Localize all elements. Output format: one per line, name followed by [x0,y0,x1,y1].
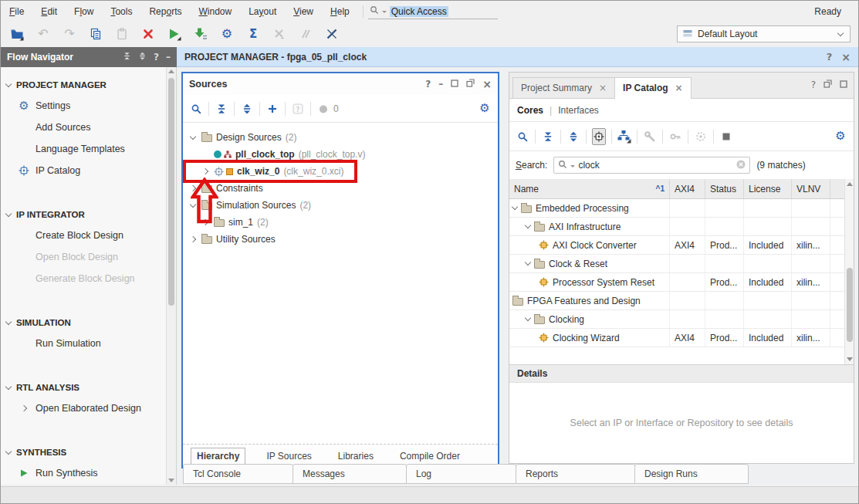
ip-search-field[interactable] [553,157,750,174]
copy-icon[interactable] [86,24,106,44]
tree-item-sim_1[interactable]: sim_1(2) [183,214,498,231]
flow-item-generate-block-design[interactable]: Generate Block Design [1,268,176,289]
expand-all-icon[interactable] [138,52,147,63]
step-icon[interactable] [191,24,211,44]
chevron-down-icon[interactable] [512,204,518,210]
menu-layout[interactable]: Layout [240,2,285,21]
help-icon[interactable]: ? [811,80,816,90]
tab-compile-order[interactable]: Compile Order [394,448,465,464]
redo-icon[interactable]: ↷ [59,24,79,44]
scroll-up-icon[interactable] [847,182,853,186]
scrollbar-thumb[interactable] [847,268,853,342]
ip-table-scrollbar[interactable] [844,179,854,364]
hierarchy-view-icon[interactable] [617,130,631,144]
tab-log[interactable]: Log [406,464,516,484]
table-row-clocking[interactable]: Clocking [509,310,854,329]
help-icon[interactable]: ? [154,52,159,62]
kill-icon[interactable] [322,24,342,44]
table-row-processor-system-reset[interactable]: Processor System ResetProd...Includedxil… [509,273,854,292]
table-row-axi-infrastructure[interactable]: AXI Infrastructure [509,218,854,236]
maximize-icon[interactable] [840,79,847,90]
close-icon[interactable]: × [482,79,492,90]
badge-icon[interactable] [316,102,330,116]
tab-tcl-console[interactable]: Tcl Console [183,464,293,484]
table-row-fpga-features-and-design[interactable]: FPGA Features and Design [509,292,854,310]
help-icon[interactable]: ? [425,79,431,89]
tree-item-utility sources[interactable]: Utility Sources [183,231,498,248]
quick-access-search[interactable]: Quick Access [368,4,498,19]
flow-section-header[interactable]: RTL ANALYSIS [1,377,176,397]
float-icon[interactable] [466,79,475,90]
chevron-down-icon[interactable] [525,315,531,321]
tree-item-design sources[interactable]: Design Sources(2) [183,129,498,146]
layout-selector[interactable]: Default Layout [677,25,851,42]
flow-section-header[interactable]: SYNTHESIS [1,442,176,462]
scroll-down-icon[interactable] [847,357,853,361]
minimize-icon[interactable]: – [438,79,443,89]
delete-icon[interactable] [138,24,158,44]
ip-view-icon[interactable] [592,130,606,144]
flow-item-settings[interactable]: ⚙Settings [1,95,176,117]
tab-ip-sources[interactable]: IP Sources [261,448,316,464]
target-icon[interactable] [694,130,708,144]
menu-file[interactable]: File [1,2,32,21]
chevron-down-icon[interactable] [525,259,531,266]
subtab-interfaces[interactable]: Interfaces [558,105,599,116]
flow-item-create-block-design[interactable]: Create Block Design [1,225,176,246]
close-tab-icon[interactable]: × [675,83,683,93]
chevron-down-icon[interactable] [525,222,531,228]
close-tab-icon[interactable]: × [599,83,607,93]
flow-section-header[interactable]: SIMULATION [1,313,176,333]
menu-view[interactable]: View [285,2,322,21]
tab-reports[interactable]: Reports [516,464,635,484]
chevron-right-icon[interactable] [188,237,198,242]
maximize-icon[interactable] [451,79,458,90]
scrollbar-thumb[interactable] [168,78,174,306]
tab-hierarchy[interactable]: Hierarchy [191,448,245,465]
help-icon[interactable]: ? [827,52,833,62]
menu-tools[interactable]: Tools [102,2,140,21]
column-header-axi4[interactable]: AXI4 [670,179,705,198]
flow-item-open-block-design[interactable]: Open Block Design [1,246,176,268]
menu-flow[interactable]: Flow [66,2,102,21]
wrench-icon[interactable] [643,130,657,144]
table-row-clock-reset[interactable]: Clock & Reset [509,255,854,273]
ip-search-input[interactable] [578,160,733,171]
help-disabled-icon[interactable]: ? [291,102,305,116]
tab-ip-catalog[interactable]: IP Catalog× [614,77,692,98]
scroll-up-icon[interactable] [168,69,174,73]
column-header-name[interactable]: Name^1 [509,179,670,198]
add-icon[interactable] [265,102,279,116]
cancel-icon[interactable] [269,24,289,44]
flow-item-run-synthesis[interactable]: Run Synthesis [1,462,176,484]
flow-item-ip-catalog[interactable]: IP Catalog [1,160,176,181]
collapse-all-icon[interactable] [541,130,555,144]
undo-icon[interactable]: ↶ [33,24,53,44]
tab-messages[interactable]: Messages [293,464,407,484]
search-icon[interactable] [189,102,203,116]
collapse-all-icon[interactable] [123,52,131,63]
close-icon[interactable]: × [841,52,851,63]
paste-icon[interactable] [112,24,132,44]
minimize-icon[interactable]: – [166,52,171,62]
scroll-down-icon[interactable] [168,479,174,482]
tab-design-runs[interactable]: Design Runs [634,464,749,484]
chevron-down-icon[interactable] [188,137,198,139]
menu-edit[interactable]: Edit [32,2,66,21]
expand-all-icon[interactable] [240,102,254,116]
flow-item-run-simulation[interactable]: Run Simulation [1,333,176,354]
column-header-status[interactable]: Status [705,179,744,198]
tab-project-summary[interactable]: Project Summary× [512,77,615,98]
collapse-all-icon[interactable] [215,102,228,116]
menu-window[interactable]: Window [190,2,240,21]
menu-reports[interactable]: Reports [140,2,190,21]
open-folder-icon[interactable] [7,24,27,44]
table-row-embedded-processing[interactable]: Embedded Processing [509,199,854,218]
flow-section-header[interactable]: IP INTEGRATOR [1,205,176,225]
search-icon[interactable] [516,130,529,144]
table-row-axi-clock-converter[interactable]: AXI Clock ConverterAXI4Prod...Includedxi… [509,236,854,255]
settings-gear-icon[interactable]: ⚙ [478,102,492,116]
flow-section-header[interactable]: PROJECT MANAGER [1,75,176,95]
skip-icon[interactable] [296,24,316,44]
settings-icon[interactable]: ⚙ [217,24,237,44]
